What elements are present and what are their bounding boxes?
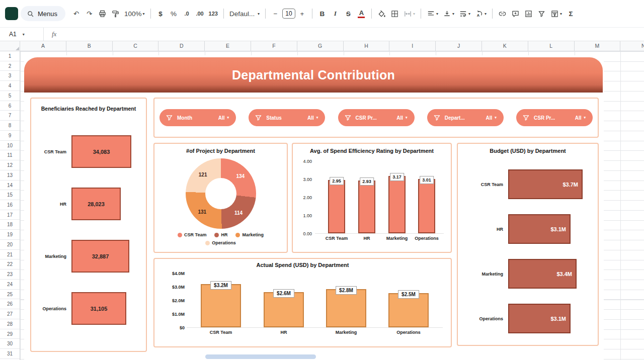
paint-format-button[interactable] (109, 7, 122, 20)
category-label: CSR Team (326, 236, 348, 241)
row-header-24[interactable]: 24 (0, 280, 20, 290)
row-header-7[interactable]: 7 (0, 111, 20, 121)
row-header-6[interactable]: 6 (0, 101, 20, 111)
chart-card-efficiency[interactable]: Avg. of Spend Efficiency Rating by Depar… (292, 143, 452, 253)
column-header-M[interactable]: M (575, 41, 621, 51)
row-header-15[interactable]: 15 (0, 190, 20, 200)
plain-format-button[interactable]: 123 (207, 7, 220, 20)
row-header-30[interactable]: 30 (0, 339, 20, 349)
row-header-12[interactable]: 12 (0, 160, 20, 170)
row-header-10[interactable]: 10 (0, 141, 20, 151)
column-header-F[interactable]: F (251, 41, 297, 51)
name-box[interactable]: A1 ▾ (0, 28, 43, 41)
slicer-value-dropdown[interactable]: All▾ (396, 115, 407, 121)
chart-card-budget[interactable]: Budget (USD) by Department CSR Team$3.7M… (457, 143, 599, 346)
italic-button[interactable]: I (329, 7, 342, 20)
redo-button[interactable]: ↷ (83, 7, 96, 20)
row-header-2[interactable]: 2 (0, 61, 20, 71)
column-header-J[interactable]: J (436, 41, 482, 51)
borders-button[interactable] (388, 7, 401, 20)
menus-button[interactable]: Menus (21, 6, 65, 21)
row-header-26[interactable]: 26 (0, 299, 20, 309)
row-header-21[interactable]: 21 (0, 250, 20, 260)
row-header-20[interactable]: 20 (0, 240, 20, 250)
column-header-G[interactable]: G (297, 41, 344, 51)
row-header-25[interactable]: 25 (0, 290, 20, 300)
row-header-28[interactable]: 28 (0, 319, 20, 329)
text-color-button[interactable]: A (355, 7, 368, 20)
row-header-5[interactable]: 5 (0, 91, 20, 101)
decrease-decimal-button[interactable]: .0 (181, 7, 193, 20)
slicer-value-dropdown[interactable]: All▾ (218, 115, 229, 121)
format-percent-button[interactable]: % (168, 7, 180, 20)
slicer-4[interactable]: Depart...All▾ (427, 109, 504, 126)
vertical-align-button[interactable]: ▾ (441, 7, 456, 20)
y-axis-tick: $4.0M (158, 271, 185, 276)
slicer-value-dropdown[interactable]: All▾ (307, 115, 318, 121)
text-rotation-button[interactable]: A ▾ (473, 7, 489, 20)
slicer-value-dropdown[interactable]: All▾ (486, 115, 496, 121)
text-wrap-button[interactable]: ▾ (457, 7, 472, 20)
row-header-4[interactable]: 4 (0, 81, 20, 91)
create-filter-button[interactable] (535, 7, 548, 20)
slicer-2[interactable]: StatusAll▾ (249, 109, 325, 126)
undo-button[interactable]: ↶ (70, 7, 83, 20)
column-header-C[interactable]: C (113, 41, 159, 51)
column-header-A[interactable]: A (20, 41, 66, 51)
horizontal-align-button[interactable]: ▾ (425, 7, 440, 20)
row-header-17[interactable]: 17 (0, 210, 20, 220)
increase-decimal-button[interactable]: .00 (194, 7, 206, 20)
horizontal-scrollbar-thumb[interactable] (205, 354, 316, 359)
chart-card-beneficiaries[interactable]: Beneficiaries Reached by Department CSR … (30, 98, 147, 352)
column-header-B[interactable]: B (66, 41, 113, 51)
row-header-31[interactable]: 31 (0, 349, 20, 359)
row-header-16[interactable]: 16 (0, 200, 20, 210)
row-header-11[interactable]: 11 (0, 150, 20, 160)
row-header-23[interactable]: 23 (0, 269, 20, 280)
slicer-5[interactable]: CSR Pr...All▾ (516, 109, 593, 126)
row-header-9[interactable]: 9 (0, 131, 20, 141)
decrease-font-size-button[interactable]: − (269, 7, 282, 20)
functions-button[interactable]: Σ (565, 7, 577, 20)
column-header-I[interactable]: I (389, 41, 436, 51)
slicer-1[interactable]: MonthAll▾ (159, 109, 236, 126)
insert-chart-button[interactable] (522, 7, 535, 20)
strikethrough-button[interactable]: S (342, 7, 355, 20)
increase-font-size-button[interactable]: + (296, 7, 308, 20)
zoom-select[interactable]: 100%▾ (122, 7, 147, 20)
column-header-H[interactable]: H (344, 41, 390, 51)
row-header-3[interactable]: 3 (0, 71, 20, 81)
row-header-29[interactable]: 29 (0, 329, 20, 339)
column-header-L[interactable]: L (528, 41, 575, 51)
column-header-N[interactable]: N (620, 41, 644, 51)
chart-card-actual-spend[interactable]: Actual Spend (USD) by Department $4.0M$3… (153, 258, 452, 347)
print-button[interactable] (96, 7, 109, 20)
formula-input[interactable]: fx (43, 28, 644, 41)
row-header-19[interactable]: 19 (0, 230, 20, 240)
insert-link-button[interactable] (496, 7, 509, 20)
spreadsheet-grid[interactable]: Departmental Contribution Beneficiaries … (20, 51, 644, 360)
row-header-27[interactable]: 27 (0, 309, 20, 319)
bold-button[interactable]: B (316, 7, 329, 20)
row-header-14[interactable]: 14 (0, 181, 20, 191)
slicer-3[interactable]: CSR Pr...All▾ (338, 109, 415, 126)
font-family-select[interactable]: Defaul...▾ (227, 7, 262, 20)
app-logo[interactable] (5, 7, 18, 20)
row-header-13[interactable]: 13 (0, 170, 20, 181)
filter-views-button[interactable]: ▾ (548, 7, 564, 20)
row-header-8[interactable]: 8 (0, 121, 20, 131)
format-currency-button[interactable]: $ (154, 7, 167, 20)
row-header-18[interactable]: 18 (0, 220, 20, 230)
insert-comment-button[interactable] (509, 7, 522, 20)
slicer-value-dropdown[interactable]: All▾ (575, 115, 586, 121)
column-header-E[interactable]: E (205, 41, 251, 51)
row-header-1[interactable]: 1 (0, 51, 20, 61)
row-header-22[interactable]: 22 (0, 259, 20, 269)
font-size-input[interactable]: 10 (282, 9, 295, 19)
fill-color-button[interactable] (375, 7, 388, 20)
chart-card-projects[interactable]: #of Project by Department 134114131121 C… (153, 143, 288, 253)
column-header-K[interactable]: K (482, 41, 528, 51)
merge-cells-button[interactable]: ▾ (401, 7, 417, 20)
column-header-D[interactable]: D (158, 41, 205, 51)
select-all-corner[interactable] (0, 41, 20, 51)
